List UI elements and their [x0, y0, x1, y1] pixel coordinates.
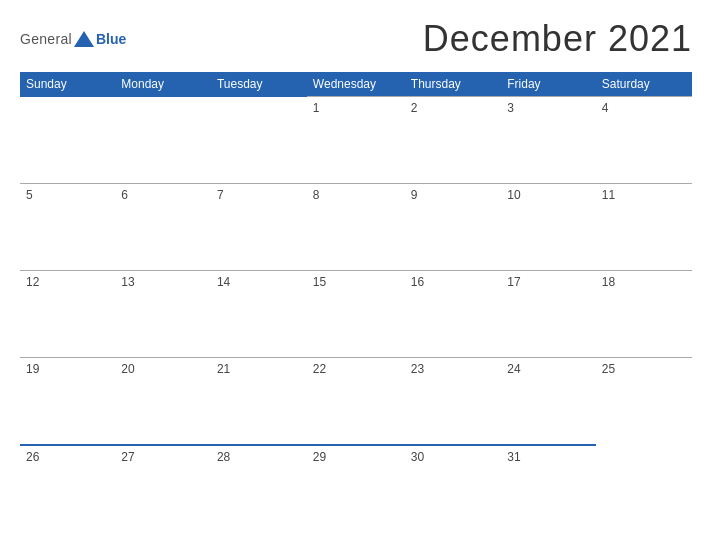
calendar-cell-w2-d5: 9 — [405, 184, 501, 271]
calendar-cell-w2-d6: 10 — [501, 184, 595, 271]
calendar-title: December 2021 — [423, 18, 692, 60]
day-number: 17 — [507, 275, 520, 289]
day-number: 14 — [217, 275, 230, 289]
calendar-cell-w1-d7: 4 — [596, 97, 692, 184]
calendar-page: General Blue December 2021 Sunday Monday… — [0, 0, 712, 550]
day-number: 27 — [121, 450, 134, 464]
calendar-cell-w1-d4: 1 — [307, 97, 405, 184]
day-number: 13 — [121, 275, 134, 289]
logo-triangle-icon — [74, 31, 94, 47]
day-number: 2 — [411, 101, 418, 115]
logo: General Blue — [20, 31, 126, 47]
calendar-cell-w3-d7: 18 — [596, 271, 692, 358]
col-header-friday: Friday — [501, 72, 595, 97]
calendar-cell-w1-d5: 2 — [405, 97, 501, 184]
calendar-cell-w5-d7 — [596, 445, 692, 532]
calendar-cell-w2-d3: 7 — [211, 184, 307, 271]
calendar-week-1: 1234 — [20, 97, 692, 184]
day-number: 30 — [411, 450, 424, 464]
day-number: 11 — [602, 188, 615, 202]
calendar-cell-w3-d5: 16 — [405, 271, 501, 358]
calendar-cell-w2-d1: 5 — [20, 184, 115, 271]
calendar-week-3: 12131415161718 — [20, 271, 692, 358]
day-number: 7 — [217, 188, 224, 202]
calendar-cell-w1-d2 — [115, 97, 211, 184]
day-number: 4 — [602, 101, 609, 115]
day-number: 31 — [507, 450, 520, 464]
calendar-cell-w4-d4: 22 — [307, 358, 405, 445]
day-number: 10 — [507, 188, 520, 202]
calendar-cell-w2-d7: 11 — [596, 184, 692, 271]
day-number: 5 — [26, 188, 33, 202]
calendar-table: Sunday Monday Tuesday Wednesday Thursday… — [20, 72, 692, 532]
calendar-header-row: Sunday Monday Tuesday Wednesday Thursday… — [20, 72, 692, 97]
calendar-cell-w2-d2: 6 — [115, 184, 211, 271]
col-header-wednesday: Wednesday — [307, 72, 405, 97]
day-number: 8 — [313, 188, 320, 202]
day-number: 28 — [217, 450, 230, 464]
calendar-cell-w4-d2: 20 — [115, 358, 211, 445]
calendar-week-4: 19202122232425 — [20, 358, 692, 445]
calendar-cell-w3-d1: 12 — [20, 271, 115, 358]
day-number: 19 — [26, 362, 39, 376]
day-number: 23 — [411, 362, 424, 376]
col-header-monday: Monday — [115, 72, 211, 97]
calendar-cell-w1-d6: 3 — [501, 97, 595, 184]
calendar-cell-w5-d5: 30 — [405, 445, 501, 532]
col-header-thursday: Thursday — [405, 72, 501, 97]
day-number: 29 — [313, 450, 326, 464]
day-number: 9 — [411, 188, 418, 202]
calendar-cell-w3-d4: 15 — [307, 271, 405, 358]
calendar-cell-w1-d3 — [211, 97, 307, 184]
calendar-cell-w3-d2: 13 — [115, 271, 211, 358]
day-number: 15 — [313, 275, 326, 289]
day-number: 12 — [26, 275, 39, 289]
day-number: 6 — [121, 188, 128, 202]
logo-general-text: General — [20, 31, 72, 47]
day-number: 16 — [411, 275, 424, 289]
calendar-cell-w5-d4: 29 — [307, 445, 405, 532]
col-header-saturday: Saturday — [596, 72, 692, 97]
day-number: 20 — [121, 362, 134, 376]
day-number: 21 — [217, 362, 230, 376]
calendar-cell-w3-d3: 14 — [211, 271, 307, 358]
calendar-cell-w5-d6: 31 — [501, 445, 595, 532]
header-row: General Blue December 2021 — [20, 18, 692, 60]
calendar-cell-w3-d6: 17 — [501, 271, 595, 358]
day-number: 3 — [507, 101, 514, 115]
calendar-cell-w1-d1 — [20, 97, 115, 184]
calendar-cell-w4-d5: 23 — [405, 358, 501, 445]
logo-blue-text: Blue — [96, 31, 126, 47]
calendar-cell-w2-d4: 8 — [307, 184, 405, 271]
day-number: 1 — [313, 101, 320, 115]
calendar-cell-w5-d1: 26 — [20, 445, 115, 532]
day-number: 25 — [602, 362, 615, 376]
day-number: 18 — [602, 275, 615, 289]
calendar-cell-w4-d1: 19 — [20, 358, 115, 445]
calendar-week-2: 567891011 — [20, 184, 692, 271]
calendar-cell-w5-d2: 27 — [115, 445, 211, 532]
col-header-sunday: Sunday — [20, 72, 115, 97]
day-number: 22 — [313, 362, 326, 376]
col-header-tuesday: Tuesday — [211, 72, 307, 97]
calendar-cell-w5-d3: 28 — [211, 445, 307, 532]
calendar-cell-w4-d6: 24 — [501, 358, 595, 445]
calendar-cell-w4-d7: 25 — [596, 358, 692, 445]
day-number: 26 — [26, 450, 39, 464]
calendar-week-5: 262728293031 — [20, 445, 692, 532]
day-number: 24 — [507, 362, 520, 376]
calendar-cell-w4-d3: 21 — [211, 358, 307, 445]
